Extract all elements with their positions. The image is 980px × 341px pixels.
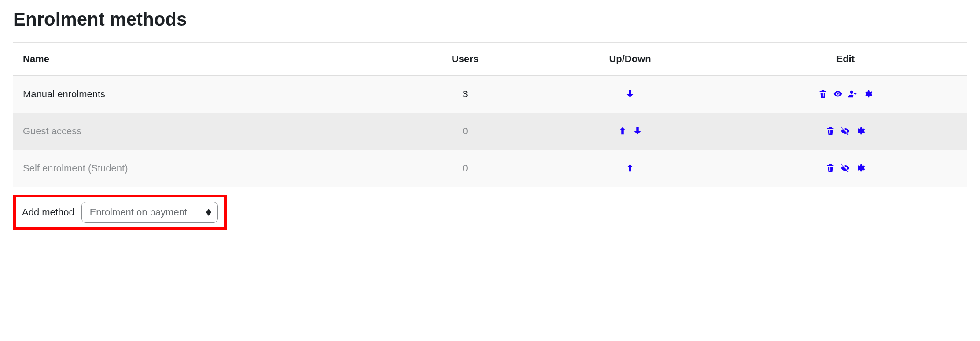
col-edit: Edit <box>724 43 967 76</box>
add-method-label: Add method <box>22 207 74 218</box>
table-row: Guest access0 <box>13 113 967 150</box>
delete-icon[interactable] <box>824 124 837 137</box>
show-icon[interactable] <box>839 124 852 137</box>
method-updown <box>536 150 724 187</box>
method-edit <box>724 150 967 187</box>
method-name: Guest access <box>13 113 394 150</box>
enrolment-methods-table: Name Users Up/Down Edit Manual enrolment… <box>13 42 967 187</box>
col-users: Users <box>394 43 536 76</box>
move-down-icon[interactable] <box>631 124 644 137</box>
settings-icon[interactable] <box>854 124 867 137</box>
col-updown: Up/Down <box>536 43 724 76</box>
delete-icon[interactable] <box>816 87 829 100</box>
method-edit <box>724 113 967 150</box>
move-down-icon[interactable] <box>623 87 637 100</box>
delete-icon[interactable] <box>824 161 837 174</box>
move-up-icon[interactable] <box>623 161 637 174</box>
add-method-highlight: Add method Enrolment on payment <box>13 195 227 230</box>
table-row: Manual enrolments3 <box>13 76 967 113</box>
method-name: Manual enrolments <box>13 76 394 113</box>
enrol-users-icon[interactable] <box>846 87 859 100</box>
method-users: 3 <box>394 76 536 113</box>
move-up-icon[interactable] <box>616 124 629 137</box>
method-users: 0 <box>394 113 536 150</box>
method-edit <box>724 76 967 113</box>
hide-icon[interactable] <box>831 87 844 100</box>
method-updown <box>536 113 724 150</box>
settings-icon[interactable] <box>854 161 867 174</box>
add-method-select[interactable]: Enrolment on payment <box>81 202 218 223</box>
select-caret-icon <box>206 209 211 216</box>
method-users: 0 <box>394 150 536 187</box>
add-method-selected: Enrolment on payment <box>90 207 187 218</box>
method-name: Self enrolment (Student) <box>13 150 394 187</box>
show-icon[interactable] <box>839 161 852 174</box>
page-title: Enrolment methods <box>13 9 967 30</box>
method-updown <box>536 76 724 113</box>
col-name: Name <box>13 43 394 76</box>
settings-icon[interactable] <box>861 87 874 100</box>
table-row: Self enrolment (Student)0 <box>13 150 967 187</box>
